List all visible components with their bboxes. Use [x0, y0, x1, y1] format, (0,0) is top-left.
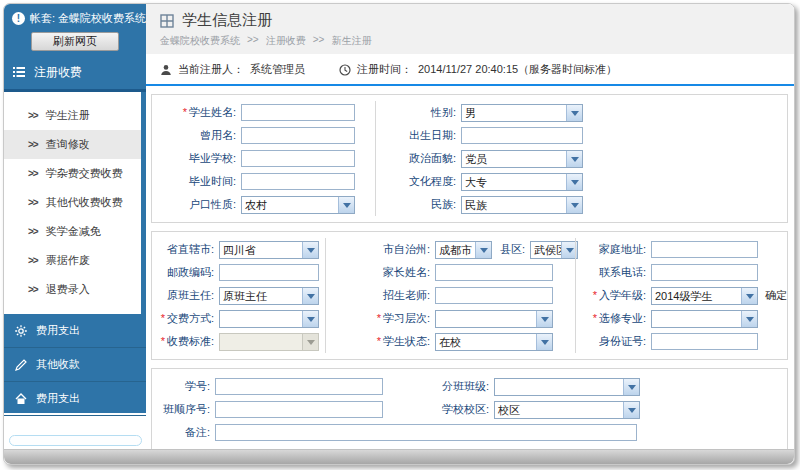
select-field[interactable]: 大专 [461, 173, 583, 191]
form-field-row: 原班主任:原班主任 [152, 284, 325, 307]
field-label: 身份证号: [576, 334, 646, 349]
select-value [220, 311, 302, 327]
form-field-row: 省直辖市:四川省 [152, 238, 325, 261]
text-input[interactable] [651, 264, 758, 281]
text-input[interactable] [651, 241, 758, 258]
form-field-row: 联系电话: [576, 261, 787, 284]
text-input[interactable] [241, 127, 355, 144]
field-label: 招生老师: [326, 288, 430, 303]
required-asterisk: * [377, 312, 381, 324]
sidebar-item[interactable]: 费用支出 [4, 314, 146, 348]
required-asterisk: * [183, 106, 187, 118]
sidebar-submenu: >>学生注册>>查询修改>>学杂费交费收费>>其他代收费收费>>奖学金减免>>票… [4, 92, 141, 314]
select-field[interactable]: 农村 [241, 196, 355, 214]
sidebar-submenu-item[interactable]: >>票据作废 [4, 246, 141, 275]
chevron-down-icon [302, 311, 318, 327]
select-field[interactable]: 武侯区 [530, 241, 578, 259]
select-value: 农村 [242, 197, 338, 213]
chevron-down-icon [623, 402, 639, 418]
form-column: 性别:男出生日期:政治面貌:党员文化程度:大专民族:民族 [375, 101, 787, 216]
refresh-page-button[interactable]: 刷新网页 [31, 32, 119, 51]
breadcrumb-item[interactable]: 新生注册 [331, 34, 371, 48]
breadcrumb-item[interactable]: 注册收费 [266, 34, 306, 48]
form-field-row: *选修专业: [576, 307, 787, 330]
text-input[interactable] [215, 401, 383, 418]
field-label: 毕业学校: [152, 151, 236, 166]
form-field-row: 户口性质:农村 [152, 193, 375, 216]
text-input[interactable] [651, 333, 758, 350]
person-icon [160, 64, 172, 76]
home-icon [14, 392, 28, 406]
window-body: 帐套: 金蝶院校收费系统 刷新网页 注册收费 >>学生注册>>查询修改>>学杂费… [4, 4, 794, 449]
text-input[interactable] [241, 173, 355, 190]
select-field[interactable]: 四川省 [219, 241, 319, 259]
select-field[interactable]: 男 [461, 104, 583, 122]
select-field-disabled [219, 333, 319, 351]
field-label: 邮政编码: [152, 265, 214, 280]
sidebar-submenu-item[interactable]: >>退费录入 [4, 275, 141, 304]
select-value: 在校 [436, 334, 536, 350]
select-field[interactable]: 校区 [494, 401, 640, 419]
chevron-down-icon [302, 242, 318, 258]
field-label: 家长姓名: [326, 265, 430, 280]
required-asterisk: * [161, 335, 165, 347]
submenu-item-label: 退费录入 [46, 282, 90, 297]
sidebar-item-label: 费用支出 [36, 323, 80, 338]
select-field[interactable]: 原班主任 [219, 287, 319, 305]
select-field[interactable] [651, 310, 758, 328]
sidebar-menu-header[interactable]: 注册收费 [4, 58, 146, 92]
time-value: 2014/11/27 20:40:15（服务器时间标准） [418, 62, 617, 77]
text-input[interactable] [241, 104, 355, 121]
select-field[interactable]: 成都市 [435, 241, 492, 259]
gear-icon [14, 324, 28, 338]
text-input[interactable] [435, 287, 553, 304]
select-field[interactable] [219, 310, 319, 328]
chevron-down-icon [338, 197, 354, 213]
text-input[interactable] [219, 264, 319, 281]
select-field[interactable]: 民族 [461, 196, 583, 214]
collapsed-panel-stub[interactable] [9, 435, 142, 446]
sidebar-submenu-item[interactable]: >>学生注册 [4, 101, 141, 130]
field-label: 省直辖市: [152, 242, 214, 257]
sidebar-submenu-item[interactable]: >>学杂费交费收费 [4, 159, 141, 188]
sidebar-submenu-item[interactable]: >>其他代收费收费 [4, 188, 141, 217]
text-input[interactable] [461, 127, 583, 144]
registration-info-row: 当前注册人：系统管理员 注册时间：2014/11/27 20:40:15（服务器… [146, 54, 794, 86]
form-field-row: 招生老师: [326, 284, 575, 307]
chevron-down-icon [536, 334, 552, 350]
form-field-row: 分班班级: [397, 375, 787, 398]
confirm-button[interactable]: 确定 [765, 288, 787, 303]
field-label: 政治面貌: [376, 151, 456, 166]
text-input[interactable] [215, 424, 637, 441]
field-label: 文化程度: [376, 174, 456, 189]
form-field-row: 学校校区:校区 [397, 398, 787, 421]
window-bottom-bar [4, 449, 794, 464]
form-field-row: 家长姓名: [326, 261, 575, 284]
select-field[interactable] [435, 310, 553, 328]
field-label: *入学年级: [576, 288, 646, 303]
field-label: 联系电话: [576, 265, 646, 280]
text-input[interactable] [435, 264, 553, 281]
submenu-item-label: 奖学金减免 [46, 224, 101, 239]
form-field-row: 备注: [152, 421, 787, 444]
chevron-down-icon [566, 174, 582, 190]
text-input[interactable] [241, 150, 355, 167]
submenu-item-label: 票据作废 [46, 253, 90, 268]
chevron-prefix-icon: >> [28, 255, 38, 266]
select-field[interactable]: 党员 [461, 150, 583, 168]
breadcrumb-item[interactable]: 金蝶院校收费系统 [160, 34, 240, 48]
sidebar-bottom-menu: 费用支出其他收款费用支出 [4, 314, 146, 416]
select-field[interactable]: 2014级学生 [651, 287, 758, 305]
sidebar-submenu-item[interactable]: >>查询修改 [4, 130, 141, 159]
select-value: 男 [462, 105, 566, 121]
select-field[interactable] [494, 378, 640, 396]
chevron-down-icon [741, 311, 757, 327]
sidebar-item[interactable]: 其他收款 [4, 348, 146, 382]
sidebar-submenu-item[interactable]: >>奖学金减免 [4, 217, 141, 246]
text-input[interactable] [215, 378, 383, 395]
sidebar-item[interactable]: 费用支出 [4, 382, 146, 416]
form-column: 家庭地址:联系电话:*入学年级:2014级学生确定*选修专业:身份证号: [575, 238, 787, 353]
grid-icon [160, 14, 174, 28]
select-field[interactable]: 在校 [435, 333, 553, 351]
app-window: 帐套: 金蝶院校收费系统 刷新网页 注册收费 >>学生注册>>查询修改>>学杂费… [3, 3, 795, 465]
